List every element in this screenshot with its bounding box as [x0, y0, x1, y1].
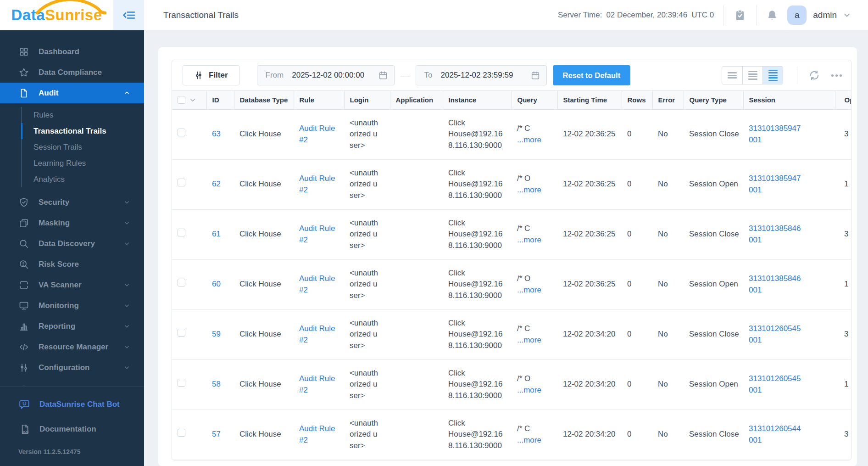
- query-more-link[interactable]: ...more: [517, 385, 552, 396]
- query-more-link[interactable]: ...more: [517, 135, 552, 146]
- sidebar-subitem-learning-rules[interactable]: Learning Rules: [21, 155, 144, 171]
- server-time: Server Time: 02 December, 20:39:46 UTC 0: [558, 11, 714, 20]
- col-starting-time[interactable]: Starting Time: [557, 91, 622, 109]
- query-more-link[interactable]: ...more: [517, 285, 552, 296]
- cell-rule: Audit Rule #2: [294, 259, 344, 309]
- col-login[interactable]: Login: [344, 91, 390, 109]
- session-link[interactable]: 313101260544001: [749, 423, 803, 446]
- more-options-button[interactable]: [831, 74, 842, 77]
- cell-application: [390, 159, 443, 209]
- filter-button[interactable]: Filter: [183, 65, 239, 85]
- tasks-clipboard-button[interactable]: [734, 9, 746, 22]
- sidebar-item-reporting[interactable]: Reporting: [0, 316, 144, 337]
- row-checkbox[interactable]: [178, 129, 185, 136]
- session-link[interactable]: 313101260545001: [749, 373, 803, 396]
- col-rows[interactable]: Rows: [622, 91, 652, 109]
- reset-to-default-button[interactable]: Reset to Default: [553, 65, 631, 85]
- cell-database-type: Click House: [234, 410, 294, 460]
- rule-link[interactable]: Audit Rule #2: [299, 274, 335, 294]
- session-link[interactable]: 313101385846001: [749, 223, 803, 246]
- id-link[interactable]: 63: [212, 129, 221, 138]
- col-op[interactable]: Op: [835, 91, 851, 109]
- calendar-icon[interactable]: [530, 70, 540, 80]
- sidebar-collapse-button[interactable]: [113, 0, 144, 30]
- content-card: Filter From 2025-12-02 00:00:00: [158, 47, 857, 466]
- sidebar-subitem-analytics[interactable]: Analytics: [21, 171, 144, 187]
- row-checkbox[interactable]: [178, 179, 185, 186]
- cell-database-type: Click House: [234, 159, 294, 209]
- chevron-down-icon: [123, 240, 130, 247]
- sidebar-item-va-scanner[interactable]: VA Scanner: [0, 275, 144, 295]
- query-more-link[interactable]: ...more: [517, 185, 552, 196]
- date-from-field[interactable]: From 2025-12-02 00:00:00: [257, 65, 395, 85]
- col-rule[interactable]: Rule: [294, 91, 344, 109]
- user-menu[interactable]: a admin: [787, 6, 851, 25]
- sidebar-item-monitoring[interactable]: Monitoring: [0, 295, 144, 316]
- sidebar-item-data-compliance[interactable]: Data Compliance: [0, 62, 144, 83]
- notifications-button[interactable]: [766, 9, 778, 21]
- sidebar-item-data-discovery[interactable]: Data Discovery: [0, 233, 144, 254]
- query-more-link[interactable]: ...more: [517, 235, 552, 246]
- col-query[interactable]: Query: [512, 91, 557, 109]
- refresh-button[interactable]: [808, 69, 820, 81]
- sidebar-subitem-rules[interactable]: Rules: [21, 107, 144, 123]
- to-label: To: [416, 71, 433, 80]
- select-all-checkbox[interactable]: [178, 96, 185, 104]
- rule-link[interactable]: Audit Rule #2: [299, 174, 335, 194]
- density-compact-button[interactable]: [762, 67, 783, 84]
- sidebar-subitem-transactional-trails[interactable]: Transactional Trails: [21, 123, 144, 139]
- rule-link[interactable]: Audit Rule #2: [299, 374, 335, 394]
- row-checkbox[interactable]: [178, 429, 185, 437]
- menu-fold-icon: [122, 8, 136, 22]
- id-link[interactable]: 62: [212, 180, 221, 188]
- sidebar-item-documentation[interactable]: DOC Documentation: [18, 423, 144, 435]
- sidebar-item-dashboard[interactable]: Dashboard: [0, 41, 144, 62]
- session-link[interactable]: 313101385947001: [749, 173, 803, 196]
- col-query-type[interactable]: Query Type: [684, 91, 743, 109]
- id-link[interactable]: 61: [212, 230, 221, 238]
- rule-link[interactable]: Audit Rule #2: [299, 424, 335, 444]
- session-link[interactable]: 313101385947001: [749, 123, 803, 146]
- rule-link[interactable]: Audit Rule #2: [299, 324, 335, 344]
- density-comfortable-button[interactable]: [722, 67, 742, 84]
- session-link[interactable]: 313101260545001: [749, 323, 803, 346]
- session-link[interactable]: 313101385846001: [749, 273, 803, 296]
- cell-id: 62: [206, 159, 234, 209]
- sidebar-item-datasunrise-chat-bot[interactable]: DataSunrise Chat Bot: [18, 399, 144, 410]
- selection-menu-chevron-icon[interactable]: [189, 97, 196, 103]
- query-more-link[interactable]: ...more: [517, 435, 552, 446]
- sidebar-subitem-session-trails[interactable]: Session Trails: [21, 139, 144, 155]
- row-checkbox[interactable]: [178, 279, 185, 286]
- id-link[interactable]: 58: [212, 380, 221, 388]
- row-checkbox[interactable]: [178, 379, 185, 387]
- sidebar-item-masking[interactable]: Masking: [0, 213, 144, 233]
- cell-error: No: [652, 359, 684, 410]
- cell-op: 3: [835, 109, 851, 159]
- calendar-icon[interactable]: [378, 70, 388, 80]
- sidebar-item-risk-score[interactable]: Risk Score: [0, 254, 144, 275]
- sidebar-item-resource-manager[interactable]: Resource Manager: [0, 337, 144, 357]
- chat-bot-label: DataSunrise Chat Bot: [39, 400, 120, 409]
- top-bar: DataSunrise Transactional Trails Server …: [0, 0, 868, 30]
- row-checkbox[interactable]: [178, 229, 185, 236]
- col-instance[interactable]: Instance: [443, 91, 512, 109]
- query-more-link[interactable]: ...more: [517, 335, 552, 346]
- rule-link[interactable]: Audit Rule #2: [299, 124, 335, 144]
- partially-visible-menu-item[interactable]: [0, 378, 144, 386]
- col-database-type[interactable]: Database Type: [234, 91, 294, 109]
- col-session[interactable]: Session: [743, 91, 835, 109]
- id-link[interactable]: 59: [212, 330, 221, 338]
- sidebar-item-configuration[interactable]: Configuration: [0, 357, 144, 378]
- sidebar-item-security[interactable]: Security: [0, 192, 144, 213]
- date-to-field[interactable]: To 2025-12-02 23:59:59: [416, 65, 547, 85]
- col-error[interactable]: Error: [652, 91, 684, 109]
- id-link[interactable]: 57: [212, 430, 221, 438]
- id-link[interactable]: 60: [212, 280, 221, 288]
- sidebar-item-audit[interactable]: Audit: [0, 83, 144, 103]
- col-application[interactable]: Application: [390, 91, 443, 109]
- rule-link[interactable]: Audit Rule #2: [299, 224, 335, 244]
- density-medium-button[interactable]: [742, 67, 762, 84]
- datasunrise-logo[interactable]: DataSunrise: [11, 6, 102, 24]
- col-id[interactable]: ID: [206, 91, 234, 109]
- row-checkbox[interactable]: [178, 329, 185, 337]
